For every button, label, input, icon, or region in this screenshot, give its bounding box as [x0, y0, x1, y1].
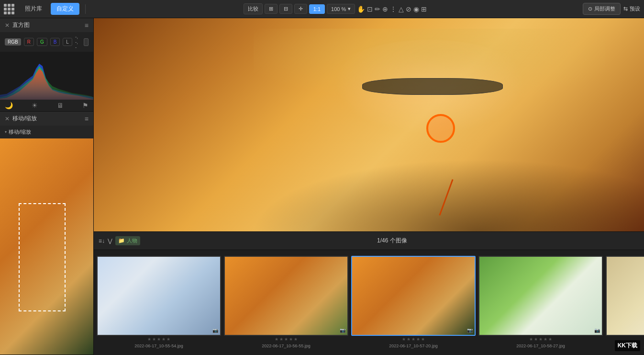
crop-icon[interactable]: ⊡ [367, 5, 373, 13]
filmstrip-item[interactable]: 📷 ★★★★★ 2022-06-17_10-59-20.jpg [606, 256, 644, 349]
hist-btn-b[interactable]: B [50, 38, 60, 46]
edit-icon[interactable]: ✏ [375, 5, 380, 13]
main-image-area [94, 18, 644, 231]
thumb-1: 📷 [97, 256, 221, 336]
app-icon [4, 4, 14, 14]
lasso-icon[interactable]: ⋮ [390, 5, 397, 13]
eye-icon[interactable]: ◉ [413, 5, 419, 13]
lollipop-circle [426, 114, 455, 143]
navigator-menu[interactable]: ≡ [85, 115, 89, 123]
sunglasses [362, 78, 503, 95]
thumb2-bg [225, 257, 347, 335]
navigator-expand[interactable]: ▾ 移动/缩放 [0, 126, 93, 138]
camera-icon: 📷 [467, 328, 473, 333]
left-panel: ✕ 直方图 ≡ RGB R G B L -, -, - [0, 18, 94, 355]
moon-icon[interactable]: 🌙 [5, 102, 13, 109]
thumb-1-stars: ★★★★★ [97, 337, 221, 342]
camera-icon: 📷 [340, 328, 345, 333]
filmstrip-item[interactable]: 📷 ★★★★★ 2022-06-17_10-55-54.jpg [97, 256, 221, 349]
thumb-3: 📷 [351, 256, 476, 336]
local-adjust-icon: ⊙ [588, 6, 592, 12]
nav-label: 移动/缩放 [9, 128, 31, 136]
hist-values: -, -, - [75, 34, 81, 50]
filmstrip-controls: ≡↓ ⋁ 📁 人物 [99, 236, 140, 245]
stamp-icon[interactable]: ⊕ [382, 5, 388, 13]
histogram-controls: RGB R G B L -, -, - [0, 32, 93, 52]
panel-close-group: ✕ 直方图 [5, 21, 30, 29]
histogram-bottom-controls: 🌙 ☀ 🖥 ⚑ [0, 100, 93, 111]
histogram-title: 直方图 [12, 21, 30, 29]
thumb-1-label: 2022-06-17_10-55-54.jpg [97, 343, 221, 349]
view-single[interactable]: ⊟ [279, 4, 292, 14]
preset-label: 预设 [630, 5, 640, 12]
thumb-4-stars: ★★★★★ [478, 337, 603, 342]
nav-thumbnail [0, 138, 93, 355]
nav-thumb-img [0, 138, 93, 355]
hist-color-swatch [84, 38, 89, 46]
filmstrip-count: 1/46 个图像 [144, 237, 640, 245]
hist-btn-r[interactable]: R [24, 38, 34, 46]
navigator-close[interactable]: ✕ [5, 115, 10, 122]
filmstrip-item[interactable]: 📷 ★★★★★ 2022-06-17_10-58-27.jpg [478, 256, 603, 349]
thumb-5: 📷 [606, 256, 644, 336]
top-bar-left: 照片库 自定义 [4, 3, 79, 15]
filmstrip-item[interactable]: 📷 ★★★★★ 2022-06-17_10-57-20.jpg [351, 256, 476, 349]
view-toggle[interactable]: ⊞ [265, 4, 278, 14]
compare-button[interactable]: 比较 [244, 3, 263, 14]
thumb3-bg [352, 257, 475, 335]
monitor-icon[interactable]: 🖥 [57, 102, 64, 109]
polygon-icon[interactable]: △ [399, 5, 404, 13]
histogram-svg [0, 52, 93, 100]
zoom-1to1[interactable]: 1:1 [309, 4, 325, 14]
hist-btn-rgb[interactable]: RGB [5, 38, 21, 46]
main-layout: ✕ 直方图 ≡ RGB R G B L -, -, - [0, 18, 644, 355]
center-panel: ≡↓ ⋁ 📁 人物 1/46 个图像 Nik Collection ↑ 导出 [94, 18, 644, 355]
brush-icon[interactable]: ⊘ [406, 5, 411, 13]
filmstrip-bar: ≡↓ ⋁ 📁 人物 1/46 个图像 Nik Collection ↑ 导出 [94, 231, 644, 250]
tab-custom[interactable]: 自定义 [51, 3, 79, 15]
folder-icon: 📁 [118, 238, 125, 244]
people-filter[interactable]: 📁 人物 [115, 236, 140, 245]
hist-btn-g[interactable]: G [37, 38, 47, 46]
camera-icon: 📷 [594, 328, 600, 333]
main-image [94, 18, 644, 231]
sun-icon[interactable]: ☀ [32, 102, 38, 109]
tab-library[interactable]: 照片库 [19, 3, 48, 15]
navigator-title: 移动/缩放 [12, 115, 37, 123]
thumb5-bg [607, 257, 644, 335]
histogram-header: ✕ 直方图 ≡ [0, 18, 93, 32]
top-bar-right: ⊙ 局部调整 ⇆ 预设 [583, 3, 640, 15]
grid-icon[interactable]: ⊞ [421, 5, 427, 13]
preset-button[interactable]: ⇆ 预设 [623, 5, 640, 12]
watermark: KK下载 [615, 340, 640, 351]
image-count: 1/46 个图像 [377, 237, 407, 244]
local-adjust-button[interactable]: ⊙ 局部调整 [583, 3, 621, 15]
thumb4-bg [479, 257, 602, 335]
sort-icon[interactable]: ≡↓ [99, 238, 105, 244]
top-bar: 照片库 自定义 比较 ⊞ ⊟ ✛ 1:1 100 % ▾ ✋ ⊡ ✏ ⊕ ⋮ △… [0, 0, 644, 18]
zoom-fit[interactable]: ✛ [294, 4, 307, 14]
zoom-value: 100 % [331, 6, 346, 12]
filmstrip-item[interactable]: 📷 ★★★★★ 2022-06-17_10-56-55.jpg [224, 256, 348, 349]
top-bar-tools: 比较 ⊞ ⊟ ✛ 1:1 100 % ▾ ✋ ⊡ ✏ ⊕ ⋮ △ ⊘ ◉ ⊞ [91, 3, 579, 14]
filter-icon[interactable]: ⋁ [108, 238, 112, 244]
flag-icon[interactable]: ⚑ [82, 102, 89, 109]
hist-btn-l[interactable]: L [63, 38, 72, 46]
nav-rect [19, 203, 66, 311]
histogram-close[interactable]: ✕ [5, 22, 10, 29]
thumb1-bg [98, 257, 220, 335]
zoom-display: 100 % ▾ [327, 4, 355, 14]
people-label: 人物 [127, 237, 137, 244]
thumb-2-stars: ★★★★★ [224, 337, 348, 342]
thumb-4: 📷 [478, 256, 603, 336]
nav-arrow: ▾ [5, 130, 7, 134]
thumb-3-stars: ★★★★★ [351, 337, 476, 342]
thumb-2: 📷 [224, 256, 348, 336]
camera-icon: 📷 [212, 328, 218, 333]
zoom-chevron: ▾ [348, 6, 351, 12]
navigator-section: ✕ 移动/缩放 ≡ ▾ 移动/缩放 [0, 112, 93, 355]
navigator-header: ✕ 移动/缩放 ≡ [0, 112, 93, 126]
histogram-menu[interactable]: ≡ [85, 22, 89, 29]
local-adjust-label: 局部调整 [594, 5, 615, 12]
filmstrip: 📷 ★★★★★ 2022-06-17_10-55-54.jpg 📷 ★★★★★ … [94, 250, 644, 355]
